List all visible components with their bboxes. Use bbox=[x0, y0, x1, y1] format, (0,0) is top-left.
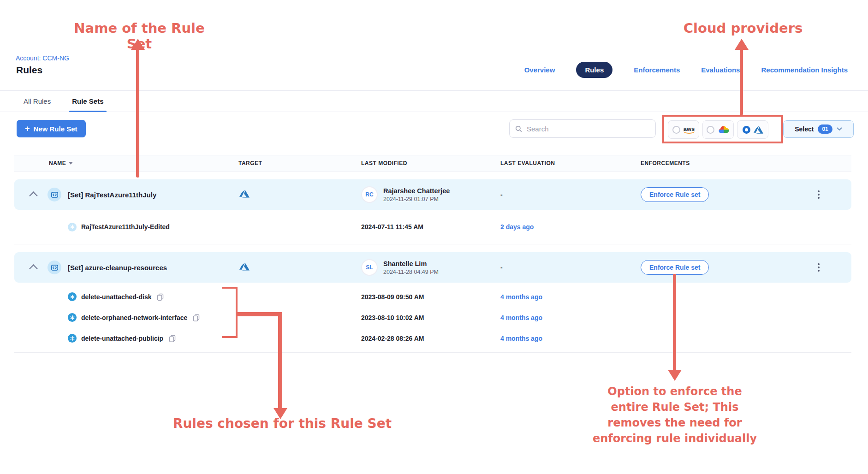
rule-name: delete-unattached-disk bbox=[81, 293, 151, 301]
collapse-chevron-up-icon[interactable] bbox=[29, 191, 37, 200]
annotation-name-of-rule-set: Name of the Rule Set bbox=[60, 20, 218, 52]
aws-logo-icon: aws bbox=[684, 126, 695, 134]
page-title: Rules bbox=[16, 65, 42, 76]
new-rule-set-button[interactable]: + New Rule Set bbox=[17, 120, 86, 137]
tab-rule-sets[interactable]: Rule Sets bbox=[72, 91, 103, 112]
nav-item-enforcements[interactable]: Enforcements bbox=[634, 66, 680, 74]
rule-last-modified: 2023-08-10 10:02 AM bbox=[361, 314, 500, 321]
nav-item-overview[interactable]: Overview bbox=[524, 66, 555, 74]
tabs-bar: All Rules Rule Sets bbox=[0, 90, 868, 112]
rule-last-evaluation-link[interactable]: 4 months ago bbox=[500, 314, 641, 321]
last-evaluation-value: - bbox=[500, 191, 641, 198]
enforce-rule-set-button[interactable]: Enforce Rule set bbox=[641, 260, 709, 275]
radio-icon bbox=[707, 126, 714, 134]
provider-toggle-azure[interactable] bbox=[737, 120, 768, 139]
selected-count-badge: 01 bbox=[818, 124, 832, 134]
account-breadcrumb[interactable]: Account: CCM-NG bbox=[16, 54, 69, 62]
search-box bbox=[509, 119, 656, 138]
azure-logo-icon bbox=[239, 261, 250, 272]
avatar: SL bbox=[361, 259, 378, 276]
rule-row[interactable]: delete-orphaned-network-interface 2023-0… bbox=[14, 307, 851, 328]
rule-icon bbox=[68, 292, 77, 301]
column-header-enforcements[interactable]: ENFORCEMENTS bbox=[641, 160, 814, 166]
search-input[interactable] bbox=[526, 124, 643, 133]
rule-row[interactable]: delete-unattached-disk 2023-08-09 09:50 … bbox=[14, 286, 851, 307]
azure-logo-icon bbox=[754, 125, 763, 135]
rule-last-modified: 2023-08-09 09:50 AM bbox=[361, 293, 500, 301]
kebab-menu-icon[interactable] bbox=[814, 190, 823, 199]
rule-name: RajTestAzure11thJuly-Edited bbox=[81, 223, 170, 231]
new-rule-set-label: New Rule Set bbox=[34, 125, 77, 133]
modified-date: 2024-11-28 04:49 PM bbox=[383, 269, 439, 275]
copy-icon[interactable] bbox=[157, 293, 164, 301]
provider-toggle-gcp[interactable] bbox=[702, 120, 734, 139]
ruleset-icon bbox=[48, 188, 61, 201]
rule-icon bbox=[68, 313, 77, 322]
table-header-row: NAME TARGET LAST MODIFIED LAST EVALUATIO… bbox=[14, 155, 851, 172]
annotation-rules-chosen: Rules chosen for this Rule Set bbox=[170, 416, 394, 431]
plus-icon: + bbox=[25, 124, 30, 133]
nav-item-rules[interactable]: Rules bbox=[576, 62, 612, 78]
radio-icon bbox=[672, 126, 680, 134]
column-header-target[interactable]: TARGET bbox=[238, 160, 361, 166]
rule-name: delete-orphaned-network-interface bbox=[81, 314, 187, 321]
search-icon bbox=[515, 125, 522, 132]
rule-last-modified: 2024-02-28 08:26 AM bbox=[361, 335, 500, 342]
rule-set-group: [Set] RajTestAzure11thJuly RC Rajarshee … bbox=[14, 179, 851, 244]
rules-list: RajTestAzure11thJuly-Edited 2024-07-11 1… bbox=[14, 210, 851, 244]
copy-icon[interactable] bbox=[193, 314, 200, 321]
annotation-enforce-note: Option to enforce the entire Rule Set; T… bbox=[578, 384, 772, 446]
rule-sets-table: NAME TARGET LAST MODIFIED LAST EVALUATIO… bbox=[14, 155, 851, 353]
ruleset-icon bbox=[48, 261, 61, 274]
provider-toggle-aws[interactable]: aws bbox=[668, 120, 699, 139]
sort-icon bbox=[69, 162, 73, 165]
collapse-chevron-up-icon[interactable] bbox=[29, 264, 37, 273]
rule-set-name: [Set] azure-cleanup-resources bbox=[68, 264, 167, 272]
rule-set-row[interactable]: [Set] azure-cleanup-resources SL Shantel… bbox=[14, 252, 851, 283]
rule-icon bbox=[68, 334, 77, 343]
google-cloud-logo-icon bbox=[718, 125, 730, 134]
rule-row[interactable]: RajTestAzure11thJuly-Edited 2024-07-11 1… bbox=[14, 213, 851, 240]
rule-set-row[interactable]: [Set] RajTestAzure11thJuly RC Rajarshee … bbox=[14, 179, 851, 210]
top-nav: OverviewRulesEnforcementsEvaluationsReco… bbox=[524, 60, 848, 79]
annotation-cloud-providers: Cloud providers bbox=[682, 20, 804, 36]
rules-list: delete-unattached-disk 2023-08-09 09:50 … bbox=[14, 283, 851, 352]
provider-select-dropdown[interactable]: Select 01 bbox=[783, 120, 854, 138]
rule-last-evaluation-link[interactable]: 4 months ago bbox=[500, 293, 641, 301]
radio-icon bbox=[743, 126, 750, 134]
kebab-menu-icon[interactable] bbox=[814, 263, 823, 272]
rule-set-group: [Set] azure-cleanup-resources SL Shantel… bbox=[14, 252, 851, 353]
copy-icon[interactable] bbox=[169, 335, 176, 342]
rule-last-evaluation-link[interactable]: 4 months ago bbox=[500, 335, 641, 342]
chevron-down-icon bbox=[837, 127, 842, 131]
modified-by-name: Shantelle Lim bbox=[383, 260, 439, 267]
enforce-rule-set-button[interactable]: Enforce Rule set bbox=[641, 187, 709, 202]
rule-last-evaluation-link[interactable]: 2 days ago bbox=[500, 223, 641, 231]
rule-last-modified: 2024-07-11 11:45 AM bbox=[361, 223, 500, 231]
avatar: RC bbox=[361, 186, 378, 203]
rule-name: delete-unattached-publicip bbox=[81, 335, 163, 342]
cloud-provider-filter: aws bbox=[668, 120, 768, 139]
nav-item-recommendation-insights[interactable]: Recommendation Insights bbox=[761, 66, 848, 74]
nav-item-evaluations[interactable]: Evaluations bbox=[701, 66, 740, 74]
tab-all-rules[interactable]: All Rules bbox=[24, 91, 51, 112]
rule-icon bbox=[68, 223, 77, 231]
column-header-last-evaluation[interactable]: LAST EVALUATION bbox=[500, 160, 641, 166]
column-header-last-modified[interactable]: LAST MODIFIED bbox=[361, 160, 500, 166]
app-root: Account: CCM-NG Rules OverviewRulesEnfor… bbox=[0, 0, 868, 474]
azure-logo-icon bbox=[239, 189, 250, 199]
column-header-name[interactable]: NAME bbox=[14, 160, 238, 166]
select-label: Select bbox=[795, 125, 814, 133]
modified-by-name: Rajarshee Chatterjee bbox=[383, 187, 450, 195]
rule-row[interactable]: delete-unattached-publicip 2024-02-28 08… bbox=[14, 328, 851, 349]
last-evaluation-value: - bbox=[500, 264, 641, 271]
rule-set-name: [Set] RajTestAzure11thJuly bbox=[68, 191, 156, 199]
modified-date: 2024-11-29 01:07 PM bbox=[383, 196, 450, 202]
